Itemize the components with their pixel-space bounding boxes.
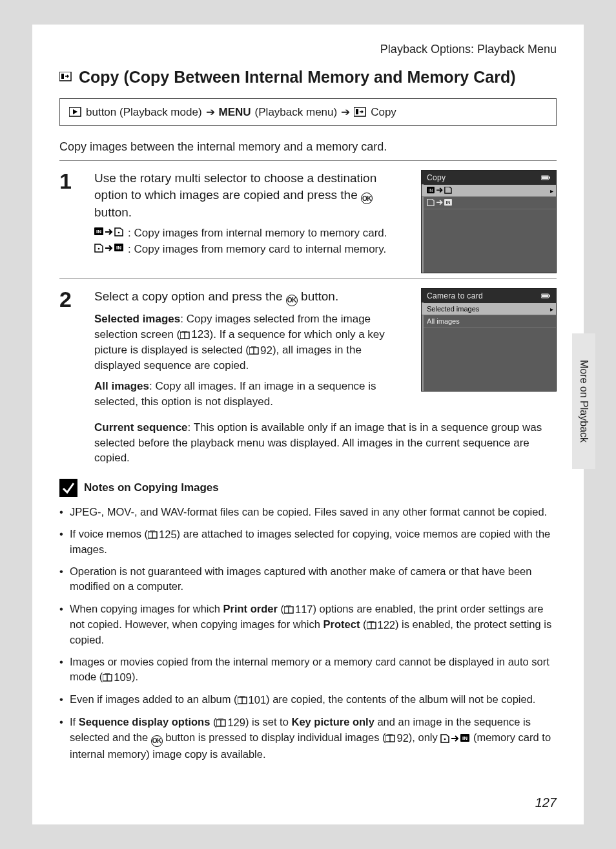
card-to-in-icon xyxy=(440,734,470,743)
note-item: If Sequence display options (129) is set… xyxy=(59,715,557,762)
playback-icon xyxy=(69,107,82,118)
copy-nav-icon xyxy=(354,107,367,118)
page-ref-icon: 109 xyxy=(103,670,132,685)
screenshot-title-bar: Camera to card xyxy=(422,289,556,303)
step-1-title: Use the rotary multi selector to choose … xyxy=(94,170,402,221)
intro-text: Copy images between the internal memory … xyxy=(59,140,557,154)
battery-icon xyxy=(541,175,551,180)
navigation-path: button (Playback mode) ➔ MENU (Playback … xyxy=(59,98,557,126)
notes-header: Notes on Copying Images xyxy=(59,479,557,497)
step-body: Use the rotary multi selector to choose … xyxy=(94,170,402,273)
separator xyxy=(59,278,557,279)
notes-list: JPEG-, MOV-, and WAV-format files can be… xyxy=(59,505,557,762)
step-1: 1 Use the rotary multi selector to choos… xyxy=(59,170,557,273)
screenshot-title: Camera to card xyxy=(427,291,483,300)
card-to-in-icon xyxy=(94,244,124,253)
step-2-title: Select a copy option and press the OK bu… xyxy=(94,288,402,306)
page-ref-icon: 129 xyxy=(216,715,245,730)
screenshot-row-selected: IN xyxy=(422,185,556,197)
note-item: Images or movies copied from the interna… xyxy=(59,655,557,685)
nav-menu-word: MENU xyxy=(219,106,251,119)
side-tab-label: More on Playback xyxy=(578,360,590,443)
step2-screenshot: Camera to card Selected images All image… xyxy=(421,288,557,392)
nav-playback-menu: (Playback menu) xyxy=(255,106,338,119)
note-item: Operation is not guaranteed with images … xyxy=(59,564,557,594)
note-item: JPEG-, MOV-, and WAV-format files can be… xyxy=(59,505,557,519)
screenshot-row-selected: Selected images xyxy=(422,303,556,315)
page-ref-icon: 101 xyxy=(238,693,267,708)
arrow-icon: ➔ xyxy=(206,105,215,119)
page-ref-icon: 117 xyxy=(284,602,313,617)
all-images-para: All images: Copy all images. If an image… xyxy=(94,379,402,410)
step1-option-2: : Copy images from memory card to intern… xyxy=(94,242,402,257)
page-ref-icon: 92 xyxy=(249,343,272,359)
svg-text:IN: IN xyxy=(429,188,433,193)
side-tab: More on Playback xyxy=(572,333,595,469)
nav-playback-mode: button (Playback mode) xyxy=(86,106,202,119)
screenshot-scrollbar xyxy=(422,184,424,273)
step1-screenshot: Copy IN xyxy=(421,170,557,273)
in-to-card-icon xyxy=(94,227,124,236)
document-page: More on Playback Playback Options: Playb… xyxy=(32,25,584,824)
notes-heading-text: Notes on Copying Images xyxy=(84,481,219,494)
current-sequence-para: Current sequence: This option is availab… xyxy=(94,420,557,466)
copy-header-icon xyxy=(59,72,74,83)
screenshot-title-bar: Copy xyxy=(422,171,556,185)
page-ref-icon: 123 xyxy=(180,327,209,342)
page-ref-icon: 125 xyxy=(148,527,177,542)
separator xyxy=(59,160,557,161)
page-number: 127 xyxy=(535,795,557,810)
breadcrumb: Playback Options: Playback Menu xyxy=(59,43,557,56)
ok-button-icon: OK xyxy=(151,735,163,747)
screenshot-row: All images xyxy=(422,315,556,328)
screenshot-row xyxy=(422,197,556,209)
check-icon xyxy=(59,479,77,497)
ok-button-icon: OK xyxy=(286,295,298,306)
arrow-icon: ➔ xyxy=(341,105,350,119)
step-body: Select a copy option and press the OK bu… xyxy=(94,288,402,415)
page-ref-icon: 92 xyxy=(385,731,408,746)
battery-icon xyxy=(541,293,551,299)
nav-copy: Copy xyxy=(371,106,396,119)
note-item: Even if images added to an album (101) a… xyxy=(59,692,557,708)
screenshot-scrollbar xyxy=(422,302,424,391)
page-ref-icon: 122 xyxy=(367,618,396,633)
screenshot-title: Copy xyxy=(427,173,446,182)
step-number: 1 xyxy=(59,170,81,273)
page-title-text: Copy (Copy Between Internal Memory and M… xyxy=(79,68,516,87)
note-item: If voice memos (125) are attached to ima… xyxy=(59,527,557,557)
page-title: Copy (Copy Between Internal Memory and M… xyxy=(59,68,557,87)
step-2: 2 Select a copy option and press the OK … xyxy=(59,288,557,415)
step1-option-1: : Copy images from internal memory to me… xyxy=(94,226,402,241)
ok-button-icon: OK xyxy=(361,193,373,204)
step-number: 2 xyxy=(59,288,81,415)
note-item: When copying images for which Print orde… xyxy=(59,602,557,647)
selected-images-para: Selected images: Copy images selected fr… xyxy=(94,311,402,373)
